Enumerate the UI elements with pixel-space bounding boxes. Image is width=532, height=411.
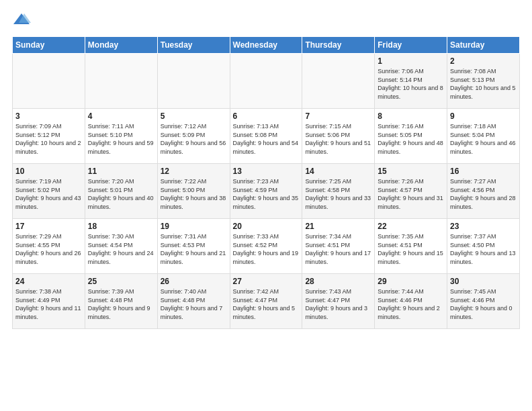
- calendar-cell: 17Sunrise: 7:29 AM Sunset: 4:55 PM Dayli…: [13, 219, 85, 274]
- day-info: Sunrise: 7:40 AM Sunset: 4:48 PM Dayligh…: [161, 287, 227, 321]
- day-info: Sunrise: 7:12 AM Sunset: 5:09 PM Dayligh…: [161, 122, 227, 156]
- day-number: 4: [88, 111, 154, 121]
- day-number: 7: [305, 111, 371, 121]
- day-number: 13: [233, 167, 300, 176]
- day-info: Sunrise: 7:29 AM Sunset: 4:55 PM Dayligh…: [15, 232, 82, 266]
- day-info: Sunrise: 7:20 AM Sunset: 5:01 PM Dayligh…: [88, 177, 154, 211]
- day-info: Sunrise: 7:23 AM Sunset: 4:59 PM Dayligh…: [233, 177, 300, 211]
- day-info: Sunrise: 7:19 AM Sunset: 5:02 PM Dayligh…: [15, 177, 82, 211]
- weekday-header: Tuesday: [157, 37, 230, 54]
- calendar-week-row: 24Sunrise: 7:38 AM Sunset: 4:49 PM Dayli…: [13, 274, 520, 329]
- day-info: Sunrise: 7:15 AM Sunset: 5:06 PM Dayligh…: [305, 122, 371, 156]
- day-info: Sunrise: 7:43 AM Sunset: 4:47 PM Dayligh…: [305, 287, 371, 321]
- calendar-week-row: 3Sunrise: 7:09 AM Sunset: 5:12 PM Daylig…: [13, 109, 520, 164]
- calendar-cell: [85, 54, 157, 109]
- calendar-cell: 1Sunrise: 7:06 AM Sunset: 5:14 PM Daylig…: [375, 54, 447, 109]
- day-number: 16: [450, 167, 517, 176]
- calendar-cell: 16Sunrise: 7:27 AM Sunset: 4:56 PM Dayli…: [447, 164, 520, 219]
- calendar-cell: 20Sunrise: 7:33 AM Sunset: 4:52 PM Dayli…: [230, 219, 302, 274]
- day-number: 15: [378, 167, 444, 176]
- day-info: Sunrise: 7:16 AM Sunset: 5:05 PM Dayligh…: [378, 122, 444, 156]
- day-number: 30: [450, 277, 517, 286]
- calendar-cell: 10Sunrise: 7:19 AM Sunset: 5:02 PM Dayli…: [13, 164, 85, 219]
- calendar-cell: 19Sunrise: 7:31 AM Sunset: 4:53 PM Dayli…: [157, 219, 230, 274]
- calendar-cell: 2Sunrise: 7:08 AM Sunset: 5:13 PM Daylig…: [447, 54, 520, 109]
- day-info: Sunrise: 7:42 AM Sunset: 4:47 PM Dayligh…: [233, 287, 300, 321]
- day-info: Sunrise: 7:31 AM Sunset: 4:53 PM Dayligh…: [161, 232, 227, 266]
- weekday-header: Friday: [375, 37, 447, 54]
- day-number: 9: [450, 111, 517, 121]
- day-number: 19: [161, 222, 227, 231]
- day-info: Sunrise: 7:18 AM Sunset: 5:04 PM Dayligh…: [450, 122, 517, 156]
- day-number: 18: [88, 222, 154, 231]
- calendar-cell: 7Sunrise: 7:15 AM Sunset: 5:06 PM Daylig…: [302, 109, 375, 164]
- day-number: 27: [233, 277, 300, 286]
- day-info: Sunrise: 7:13 AM Sunset: 5:08 PM Dayligh…: [233, 122, 300, 156]
- day-number: 23: [450, 222, 517, 231]
- header: [12, 11, 520, 30]
- calendar-cell: 6Sunrise: 7:13 AM Sunset: 5:08 PM Daylig…: [230, 109, 302, 164]
- calendar-cell: 12Sunrise: 7:22 AM Sunset: 5:00 PM Dayli…: [157, 164, 230, 219]
- day-number: 24: [15, 277, 82, 286]
- day-number: 20: [233, 222, 300, 231]
- calendar-cell: 26Sunrise: 7:40 AM Sunset: 4:48 PM Dayli…: [157, 274, 230, 329]
- calendar-cell: [13, 54, 85, 109]
- day-number: 10: [15, 167, 82, 176]
- calendar-cell: [302, 54, 375, 109]
- calendar-cell: 5Sunrise: 7:12 AM Sunset: 5:09 PM Daylig…: [157, 109, 230, 164]
- day-number: 2: [450, 56, 517, 66]
- weekday-header: Sunday: [13, 37, 85, 54]
- calendar-cell: 24Sunrise: 7:38 AM Sunset: 4:49 PM Dayli…: [13, 274, 85, 329]
- calendar-cell: 28Sunrise: 7:43 AM Sunset: 4:47 PM Dayli…: [302, 274, 375, 329]
- day-info: Sunrise: 7:09 AM Sunset: 5:12 PM Dayligh…: [15, 122, 82, 156]
- day-number: 8: [378, 111, 444, 121]
- calendar-cell: 22Sunrise: 7:35 AM Sunset: 4:51 PM Dayli…: [375, 219, 447, 274]
- calendar-cell: 11Sunrise: 7:20 AM Sunset: 5:01 PM Dayli…: [85, 164, 157, 219]
- day-info: Sunrise: 7:34 AM Sunset: 4:51 PM Dayligh…: [305, 232, 371, 266]
- calendar: SundayMondayTuesdayWednesdayThursdayFrid…: [12, 36, 520, 329]
- calendar-cell: 8Sunrise: 7:16 AM Sunset: 5:05 PM Daylig…: [375, 109, 447, 164]
- day-info: Sunrise: 7:39 AM Sunset: 4:48 PM Dayligh…: [88, 287, 154, 321]
- day-info: Sunrise: 7:26 AM Sunset: 4:57 PM Dayligh…: [378, 177, 444, 211]
- calendar-cell: 27Sunrise: 7:42 AM Sunset: 4:47 PM Dayli…: [230, 274, 302, 329]
- day-number: 22: [378, 222, 444, 231]
- weekday-header: Monday: [85, 37, 157, 54]
- calendar-cell: 9Sunrise: 7:18 AM Sunset: 5:04 PM Daylig…: [447, 109, 520, 164]
- calendar-cell: [157, 54, 230, 109]
- day-info: Sunrise: 7:37 AM Sunset: 4:50 PM Dayligh…: [450, 232, 517, 266]
- day-number: 3: [15, 111, 82, 121]
- day-info: Sunrise: 7:06 AM Sunset: 5:14 PM Dayligh…: [378, 67, 444, 101]
- calendar-cell: 14Sunrise: 7:25 AM Sunset: 4:58 PM Dayli…: [302, 164, 375, 219]
- calendar-cell: 4Sunrise: 7:11 AM Sunset: 5:10 PM Daylig…: [85, 109, 157, 164]
- calendar-cell: 18Sunrise: 7:30 AM Sunset: 4:54 PM Dayli…: [85, 219, 157, 274]
- calendar-cell: 15Sunrise: 7:26 AM Sunset: 4:57 PM Dayli…: [375, 164, 447, 219]
- day-info: Sunrise: 7:25 AM Sunset: 4:58 PM Dayligh…: [305, 177, 371, 211]
- day-info: Sunrise: 7:38 AM Sunset: 4:49 PM Dayligh…: [15, 287, 82, 321]
- day-info: Sunrise: 7:08 AM Sunset: 5:13 PM Dayligh…: [450, 67, 517, 101]
- day-number: 21: [305, 222, 371, 231]
- page: SundayMondayTuesdayWednesdayThursdayFrid…: [0, 0, 532, 336]
- calendar-cell: 3Sunrise: 7:09 AM Sunset: 5:12 PM Daylig…: [13, 109, 85, 164]
- calendar-cell: 23Sunrise: 7:37 AM Sunset: 4:50 PM Dayli…: [447, 219, 520, 274]
- calendar-cell: 21Sunrise: 7:34 AM Sunset: 4:51 PM Dayli…: [302, 219, 375, 274]
- calendar-cell: 25Sunrise: 7:39 AM Sunset: 4:48 PM Dayli…: [85, 274, 157, 329]
- day-number: 25: [88, 277, 154, 286]
- day-number: 28: [305, 277, 371, 286]
- day-number: 5: [161, 111, 227, 121]
- day-number: 26: [161, 277, 227, 286]
- calendar-cell: 29Sunrise: 7:44 AM Sunset: 4:46 PM Dayli…: [375, 274, 447, 329]
- day-number: 12: [161, 167, 227, 176]
- day-number: 14: [305, 167, 371, 176]
- calendar-week-row: 1Sunrise: 7:06 AM Sunset: 5:14 PM Daylig…: [13, 54, 520, 109]
- day-info: Sunrise: 7:45 AM Sunset: 4:46 PM Dayligh…: [450, 287, 517, 321]
- day-info: Sunrise: 7:11 AM Sunset: 5:10 PM Dayligh…: [88, 122, 154, 156]
- weekday-header: Wednesday: [230, 37, 302, 54]
- calendar-cell: 30Sunrise: 7:45 AM Sunset: 4:46 PM Dayli…: [447, 274, 520, 329]
- weekday-header: Saturday: [447, 37, 520, 54]
- day-info: Sunrise: 7:33 AM Sunset: 4:52 PM Dayligh…: [233, 232, 300, 266]
- logo: [12, 11, 34, 30]
- day-number: 29: [378, 277, 444, 286]
- day-info: Sunrise: 7:35 AM Sunset: 4:51 PM Dayligh…: [378, 232, 444, 266]
- day-number: 1: [378, 56, 444, 66]
- day-number: 11: [88, 167, 154, 176]
